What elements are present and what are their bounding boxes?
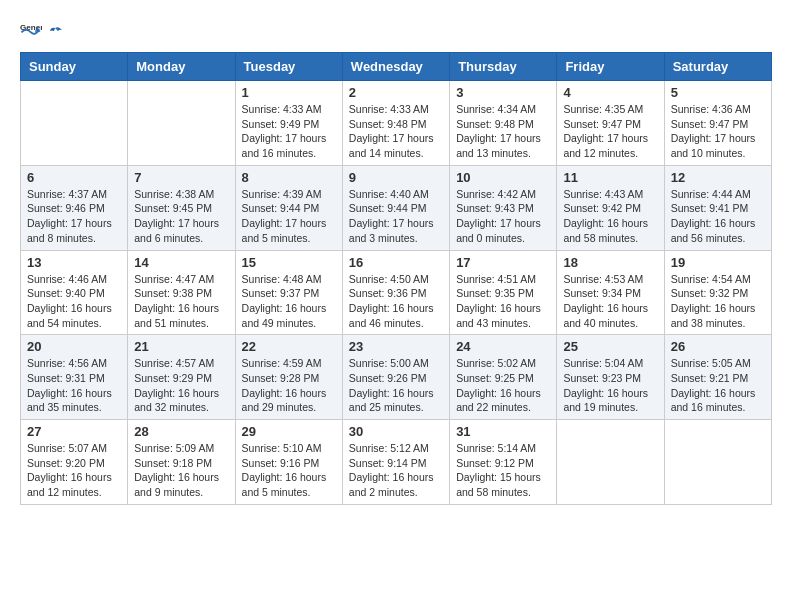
calendar-cell: 4Sunrise: 4:35 AM Sunset: 9:47 PM Daylig… (557, 81, 664, 166)
day-number: 15 (242, 255, 336, 270)
day-number: 25 (563, 339, 657, 354)
calendar-cell: 28Sunrise: 5:09 AM Sunset: 9:18 PM Dayli… (128, 420, 235, 505)
day-number: 16 (349, 255, 443, 270)
calendar-cell (21, 81, 128, 166)
calendar-header-row: SundayMondayTuesdayWednesdayThursdayFrid… (21, 53, 772, 81)
day-info: Sunrise: 4:51 AM Sunset: 9:35 PM Dayligh… (456, 272, 550, 331)
calendar-cell: 3Sunrise: 4:34 AM Sunset: 9:48 PM Daylig… (450, 81, 557, 166)
day-number: 4 (563, 85, 657, 100)
day-info: Sunrise: 4:35 AM Sunset: 9:47 PM Dayligh… (563, 102, 657, 161)
calendar-cell: 7Sunrise: 4:38 AM Sunset: 9:45 PM Daylig… (128, 165, 235, 250)
day-info: Sunrise: 4:54 AM Sunset: 9:32 PM Dayligh… (671, 272, 765, 331)
day-number: 30 (349, 424, 443, 439)
calendar-cell: 30Sunrise: 5:12 AM Sunset: 9:14 PM Dayli… (342, 420, 449, 505)
calendar-cell: 21Sunrise: 4:57 AM Sunset: 9:29 PM Dayli… (128, 335, 235, 420)
calendar-cell: 27Sunrise: 5:07 AM Sunset: 9:20 PM Dayli… (21, 420, 128, 505)
calendar-cell: 15Sunrise: 4:48 AM Sunset: 9:37 PM Dayli… (235, 250, 342, 335)
day-info: Sunrise: 4:50 AM Sunset: 9:36 PM Dayligh… (349, 272, 443, 331)
day-info: Sunrise: 4:48 AM Sunset: 9:37 PM Dayligh… (242, 272, 336, 331)
day-info: Sunrise: 4:39 AM Sunset: 9:44 PM Dayligh… (242, 187, 336, 246)
day-number: 17 (456, 255, 550, 270)
day-number: 1 (242, 85, 336, 100)
day-info: Sunrise: 5:07 AM Sunset: 9:20 PM Dayligh… (27, 441, 121, 500)
day-number: 20 (27, 339, 121, 354)
day-number: 9 (349, 170, 443, 185)
day-info: Sunrise: 4:40 AM Sunset: 9:44 PM Dayligh… (349, 187, 443, 246)
page-header: General (20, 20, 772, 42)
day-number: 18 (563, 255, 657, 270)
calendar-cell: 11Sunrise: 4:43 AM Sunset: 9:42 PM Dayli… (557, 165, 664, 250)
calendar-week-row: 27Sunrise: 5:07 AM Sunset: 9:20 PM Dayli… (21, 420, 772, 505)
day-info: Sunrise: 5:02 AM Sunset: 9:25 PM Dayligh… (456, 356, 550, 415)
day-info: Sunrise: 5:05 AM Sunset: 9:21 PM Dayligh… (671, 356, 765, 415)
header-saturday: Saturday (664, 53, 771, 81)
calendar-cell: 2Sunrise: 4:33 AM Sunset: 9:48 PM Daylig… (342, 81, 449, 166)
day-info: Sunrise: 5:00 AM Sunset: 9:26 PM Dayligh… (349, 356, 443, 415)
day-info: Sunrise: 4:33 AM Sunset: 9:49 PM Dayligh… (242, 102, 336, 161)
calendar-cell: 22Sunrise: 4:59 AM Sunset: 9:28 PM Dayli… (235, 335, 342, 420)
calendar-week-row: 6Sunrise: 4:37 AM Sunset: 9:46 PM Daylig… (21, 165, 772, 250)
day-number: 13 (27, 255, 121, 270)
day-number: 21 (134, 339, 228, 354)
day-info: Sunrise: 4:53 AM Sunset: 9:34 PM Dayligh… (563, 272, 657, 331)
day-info: Sunrise: 5:10 AM Sunset: 9:16 PM Dayligh… (242, 441, 336, 500)
day-info: Sunrise: 4:56 AM Sunset: 9:31 PM Dayligh… (27, 356, 121, 415)
calendar-cell: 20Sunrise: 4:56 AM Sunset: 9:31 PM Dayli… (21, 335, 128, 420)
day-number: 8 (242, 170, 336, 185)
day-number: 24 (456, 339, 550, 354)
calendar-cell: 6Sunrise: 4:37 AM Sunset: 9:46 PM Daylig… (21, 165, 128, 250)
day-info: Sunrise: 4:47 AM Sunset: 9:38 PM Dayligh… (134, 272, 228, 331)
calendar-cell: 5Sunrise: 4:36 AM Sunset: 9:47 PM Daylig… (664, 81, 771, 166)
day-number: 14 (134, 255, 228, 270)
header-monday: Monday (128, 53, 235, 81)
day-number: 12 (671, 170, 765, 185)
calendar-cell: 31Sunrise: 5:14 AM Sunset: 9:12 PM Dayli… (450, 420, 557, 505)
header-tuesday: Tuesday (235, 53, 342, 81)
day-info: Sunrise: 4:42 AM Sunset: 9:43 PM Dayligh… (456, 187, 550, 246)
calendar-cell: 13Sunrise: 4:46 AM Sunset: 9:40 PM Dayli… (21, 250, 128, 335)
day-number: 11 (563, 170, 657, 185)
day-number: 27 (27, 424, 121, 439)
day-number: 31 (456, 424, 550, 439)
calendar-cell: 16Sunrise: 4:50 AM Sunset: 9:36 PM Dayli… (342, 250, 449, 335)
calendar-cell: 8Sunrise: 4:39 AM Sunset: 9:44 PM Daylig… (235, 165, 342, 250)
day-info: Sunrise: 5:14 AM Sunset: 9:12 PM Dayligh… (456, 441, 550, 500)
day-info: Sunrise: 4:57 AM Sunset: 9:29 PM Dayligh… (134, 356, 228, 415)
calendar-table: SundayMondayTuesdayWednesdayThursdayFrid… (20, 52, 772, 505)
day-number: 29 (242, 424, 336, 439)
day-info: Sunrise: 4:33 AM Sunset: 9:48 PM Dayligh… (349, 102, 443, 161)
calendar-cell: 10Sunrise: 4:42 AM Sunset: 9:43 PM Dayli… (450, 165, 557, 250)
calendar-cell: 18Sunrise: 4:53 AM Sunset: 9:34 PM Dayli… (557, 250, 664, 335)
calendar-week-row: 13Sunrise: 4:46 AM Sunset: 9:40 PM Dayli… (21, 250, 772, 335)
calendar-cell: 12Sunrise: 4:44 AM Sunset: 9:41 PM Dayli… (664, 165, 771, 250)
day-info: Sunrise: 4:46 AM Sunset: 9:40 PM Dayligh… (27, 272, 121, 331)
calendar-cell: 29Sunrise: 5:10 AM Sunset: 9:16 PM Dayli… (235, 420, 342, 505)
logo: General (20, 20, 64, 42)
day-number: 28 (134, 424, 228, 439)
header-wednesday: Wednesday (342, 53, 449, 81)
calendar-cell: 24Sunrise: 5:02 AM Sunset: 9:25 PM Dayli… (450, 335, 557, 420)
day-info: Sunrise: 4:38 AM Sunset: 9:45 PM Dayligh… (134, 187, 228, 246)
day-number: 6 (27, 170, 121, 185)
calendar-cell: 23Sunrise: 5:00 AM Sunset: 9:26 PM Dayli… (342, 335, 449, 420)
calendar-week-row: 1Sunrise: 4:33 AM Sunset: 9:49 PM Daylig… (21, 81, 772, 166)
calendar-cell (557, 420, 664, 505)
day-info: Sunrise: 4:37 AM Sunset: 9:46 PM Dayligh… (27, 187, 121, 246)
day-info: Sunrise: 4:34 AM Sunset: 9:48 PM Dayligh… (456, 102, 550, 161)
calendar-week-row: 20Sunrise: 4:56 AM Sunset: 9:31 PM Dayli… (21, 335, 772, 420)
day-number: 7 (134, 170, 228, 185)
calendar-cell: 19Sunrise: 4:54 AM Sunset: 9:32 PM Dayli… (664, 250, 771, 335)
calendar-cell: 1Sunrise: 4:33 AM Sunset: 9:49 PM Daylig… (235, 81, 342, 166)
calendar-cell: 9Sunrise: 4:40 AM Sunset: 9:44 PM Daylig… (342, 165, 449, 250)
day-number: 22 (242, 339, 336, 354)
header-thursday: Thursday (450, 53, 557, 81)
day-info: Sunrise: 5:12 AM Sunset: 9:14 PM Dayligh… (349, 441, 443, 500)
day-number: 19 (671, 255, 765, 270)
day-number: 2 (349, 85, 443, 100)
logo-icon: General (20, 20, 42, 42)
calendar-cell (128, 81, 235, 166)
logo-bird-icon (46, 25, 64, 43)
calendar-cell: 17Sunrise: 4:51 AM Sunset: 9:35 PM Dayli… (450, 250, 557, 335)
day-info: Sunrise: 4:44 AM Sunset: 9:41 PM Dayligh… (671, 187, 765, 246)
calendar-cell: 14Sunrise: 4:47 AM Sunset: 9:38 PM Dayli… (128, 250, 235, 335)
